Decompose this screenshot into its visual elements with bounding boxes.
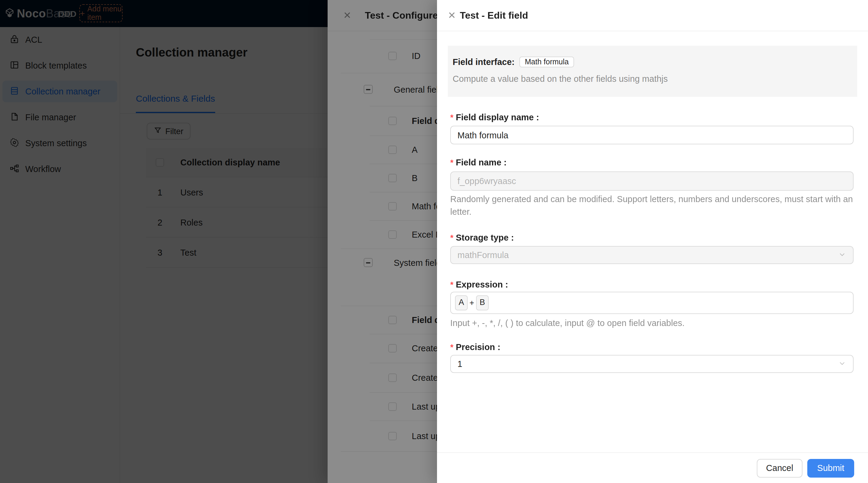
field-interface-description: Compute a value based on the other field… <box>453 74 852 84</box>
precision-label: *Precision : <box>450 342 500 352</box>
cancel-button[interactable]: Cancel <box>757 459 803 477</box>
field-interface-panel: Field interface: Math formula Compute a … <box>448 46 857 97</box>
required-asterisk: * <box>450 233 454 243</box>
chevron-down-icon <box>839 250 846 260</box>
precision-select[interactable]: 1 <box>450 355 854 373</box>
submit-button[interactable]: Submit <box>807 459 854 477</box>
field-display-name-input[interactable]: Math formula <box>450 126 854 144</box>
field-name-help-text: Randomly generated and can be modified. … <box>450 193 854 218</box>
field-name-label: *Field name : <box>450 158 507 167</box>
expression-label: *Expression : <box>450 280 508 289</box>
edit-field-drawer: ✕ Test - Edit field Field interface: Mat… <box>437 0 868 483</box>
expression-operator: + <box>469 299 474 307</box>
screen: NocoBase DDD + Add menu item ACL Block t… <box>0 0 868 483</box>
expression-input[interactable]: A + B <box>450 292 854 314</box>
expression-tag-a[interactable]: A <box>455 295 468 310</box>
storage-type-label: *Storage type : <box>450 233 514 243</box>
field-interface-label: Field interface: <box>453 57 515 67</box>
chevron-down-icon <box>839 359 846 369</box>
required-asterisk: * <box>450 280 454 289</box>
drawer-title: Test - Edit field <box>460 10 528 21</box>
expression-tag-b[interactable]: B <box>476 295 489 310</box>
field-name-input[interactable]: f_opp6wryaasc <box>450 171 854 191</box>
field-display-name-label: *Field display name : <box>450 112 539 122</box>
required-asterisk: * <box>450 113 454 122</box>
drawer-header: ✕ Test - Edit field <box>437 0 868 31</box>
required-asterisk: * <box>450 343 454 352</box>
drawer-footer: Cancel Submit <box>437 452 868 483</box>
field-interface-tag: Math formula <box>519 57 574 67</box>
close-icon[interactable]: ✕ <box>448 10 456 20</box>
required-asterisk: * <box>450 158 454 167</box>
storage-type-select[interactable]: mathFormula <box>450 246 854 264</box>
expression-help-text: Input +, -, *, /, ( ) to calculate, inpu… <box>450 317 854 330</box>
